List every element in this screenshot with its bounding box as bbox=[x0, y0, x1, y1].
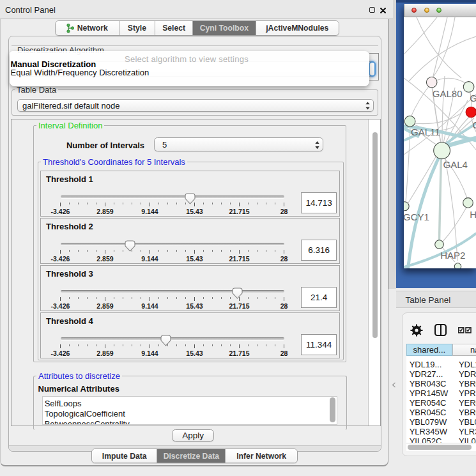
svg-text:GAL4: GAL4 bbox=[443, 159, 467, 170]
svg-text:GA: GA bbox=[470, 93, 476, 104]
svg-text:GAL80: GAL80 bbox=[432, 88, 462, 99]
svg-text:HAP2: HAP2 bbox=[440, 250, 465, 261]
svg-text:HA: HA bbox=[470, 209, 476, 220]
svg-text:GAL11: GAL11 bbox=[411, 127, 440, 137]
svg-text:GCY1: GCY1 bbox=[404, 211, 429, 222]
svg-text:C: C bbox=[472, 119, 476, 130]
